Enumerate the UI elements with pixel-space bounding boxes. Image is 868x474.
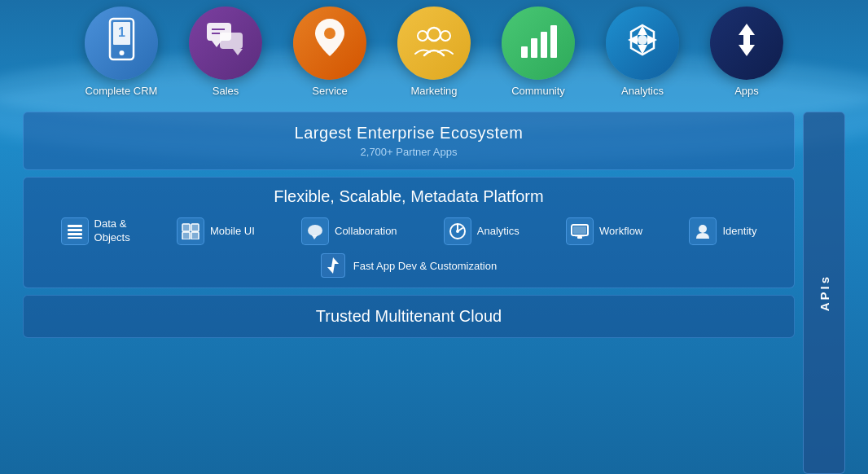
data-objects-label: Data &Objects xyxy=(94,217,130,245)
cloud-title: Trusted Multitenant Cloud xyxy=(40,307,778,326)
analytics-feature-label: Analytics xyxy=(477,225,519,239)
feature-data-objects: Data &Objects xyxy=(61,217,130,245)
crm-label: Complete CRM xyxy=(85,85,158,97)
svg-rect-25 xyxy=(743,35,750,45)
svg-rect-16 xyxy=(541,32,547,58)
identity-label: Identity xyxy=(722,225,756,239)
fast-app-row: Fast App Dev & Customization xyxy=(40,253,778,278)
apps-icon xyxy=(727,20,766,67)
svg-marker-47 xyxy=(327,257,339,274)
identity-icon xyxy=(689,217,717,245)
content-area: Largest Enterprise Ecosystem 2,700+ Part… xyxy=(23,112,845,474)
svg-point-46 xyxy=(699,225,707,233)
svg-point-38 xyxy=(308,225,322,236)
svg-rect-15 xyxy=(531,38,537,58)
svg-marker-20 xyxy=(628,35,638,45)
icon-item-apps: Apps xyxy=(695,7,799,97)
sales-icon xyxy=(205,21,246,65)
svg-point-13 xyxy=(441,31,450,41)
data-objects-icon xyxy=(61,217,89,245)
marketing-icon-circle xyxy=(397,7,471,80)
community-icon xyxy=(518,20,559,67)
community-label: Community xyxy=(511,85,565,97)
crm-icon: 1 xyxy=(103,17,140,69)
crm-icon-circle: 1 xyxy=(85,7,158,80)
apps-icon-circle xyxy=(710,7,783,80)
marketing-label: Marketing xyxy=(410,85,457,97)
mobile-ui-label: Mobile UI xyxy=(210,225,255,239)
svg-rect-43 xyxy=(573,226,586,234)
service-icon xyxy=(312,17,348,69)
marketing-icon xyxy=(412,21,457,65)
icons-row: 1 Complete CRM Sal xyxy=(69,0,799,97)
service-label: Service xyxy=(312,85,347,97)
workflow-label: Workflow xyxy=(599,225,642,239)
feature-workflow: Workflow xyxy=(566,217,642,245)
analytics-label: Analytics xyxy=(621,85,664,97)
analytics-icon xyxy=(623,20,662,67)
collaboration-icon xyxy=(301,217,329,245)
feature-mobile-ui: Mobile UI xyxy=(177,217,255,245)
icon-item-marketing: Marketing xyxy=(382,7,486,97)
platform-title: Flexible, Scalable, Metadata Platform xyxy=(40,187,778,206)
workflow-icon xyxy=(566,217,594,245)
analytics-feature-icon xyxy=(444,217,471,245)
svg-rect-28 xyxy=(68,233,82,235)
svg-rect-27 xyxy=(68,229,82,231)
svg-rect-17 xyxy=(550,25,557,58)
icon-item-service: Service xyxy=(278,7,382,97)
svg-marker-39 xyxy=(312,235,318,239)
svg-point-2 xyxy=(119,50,124,55)
svg-rect-29 xyxy=(68,237,82,239)
fast-app-label: Fast App Dev & Customization xyxy=(353,260,497,272)
apps-label: Apps xyxy=(734,85,759,97)
svg-rect-6 xyxy=(220,33,243,49)
icon-item-community: Community xyxy=(486,7,590,97)
svg-marker-23 xyxy=(739,24,755,35)
platform-card: Flexible, Scalable, Metadata Platform Da… xyxy=(23,177,795,288)
svg-rect-31 xyxy=(191,224,199,231)
service-icon-circle xyxy=(293,7,366,80)
feature-analytics: Analytics xyxy=(444,217,519,245)
community-icon-circle xyxy=(502,7,575,80)
ecosystem-card: Largest Enterprise Ecosystem 2,700+ Part… xyxy=(23,112,795,170)
svg-marker-7 xyxy=(233,49,243,55)
svg-rect-45 xyxy=(575,235,585,237)
apis-bar: APIs xyxy=(803,112,845,474)
svg-point-12 xyxy=(418,31,427,41)
ecosystem-subtitle: 2,700+ Partner Apps xyxy=(40,146,778,158)
svg-rect-32 xyxy=(182,232,190,239)
svg-rect-33 xyxy=(191,232,199,239)
icon-item-complete-crm: 1 Complete CRM xyxy=(69,7,173,97)
sales-label: Sales xyxy=(213,85,239,97)
svg-rect-14 xyxy=(521,46,528,58)
svg-text:1: 1 xyxy=(118,25,125,39)
icon-item-analytics: Analytics xyxy=(590,7,695,97)
fast-app-icon xyxy=(321,253,345,278)
icon-item-sales: Sales xyxy=(173,7,278,97)
mobile-ui-icon xyxy=(177,217,204,245)
apis-label: APIs xyxy=(818,274,831,311)
svg-point-10 xyxy=(324,28,335,39)
main-content: Largest Enterprise Ecosystem 2,700+ Part… xyxy=(23,112,795,474)
cloud-card: Trusted Multitenant Cloud xyxy=(23,295,795,338)
sales-icon-circle xyxy=(189,7,262,80)
svg-point-11 xyxy=(427,28,441,41)
analytics-icon-circle xyxy=(606,7,679,80)
svg-rect-26 xyxy=(68,225,82,227)
svg-marker-21 xyxy=(647,35,657,45)
ecosystem-title: Largest Enterprise Ecosystem xyxy=(40,124,778,143)
main-container: 1 Complete CRM Sal xyxy=(0,0,868,474)
svg-point-22 xyxy=(638,35,647,45)
svg-point-41 xyxy=(456,230,459,233)
feature-identity: Identity xyxy=(689,217,756,245)
feature-collaboration: Collaboration xyxy=(301,217,397,245)
collaboration-label: Collaboration xyxy=(335,225,397,239)
features-row: Data &Objects xyxy=(40,217,778,245)
svg-marker-24 xyxy=(739,45,755,56)
svg-rect-30 xyxy=(182,224,190,231)
